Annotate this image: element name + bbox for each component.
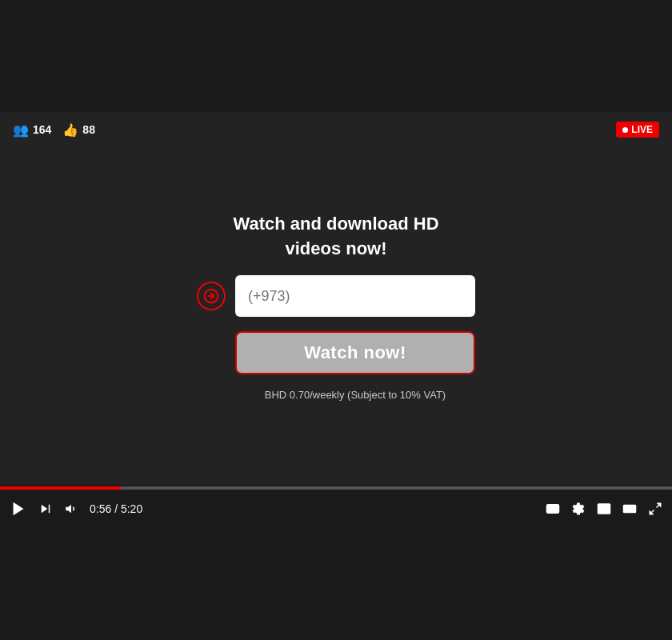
svg-rect-4 — [49, 505, 50, 514]
controls-left: 0:56 / 5:20 — [10, 500, 142, 518]
overlay-content: Watch and download HD videos now! Watch … — [197, 212, 475, 402]
svg-rect-9 — [604, 509, 609, 513]
theater-mode-button[interactable] — [622, 502, 637, 516]
fullscreen-button[interactable] — [648, 502, 662, 516]
arrow-circle-icon — [197, 282, 226, 310]
overlay-title-line2: videos now! — [285, 238, 386, 258]
progress-fill — [0, 486, 121, 490]
video-area: 👥 164 👍 88 LIVE Watch and download HD vi… — [0, 112, 672, 485]
volume-button[interactable] — [64, 502, 78, 516]
likes-stat: 👍 88 — [62, 122, 95, 138]
controls-bottom: 0:56 / 5:20 CC — [0, 490, 672, 528]
watch-now-button[interactable]: Watch now! — [235, 331, 475, 374]
phone-input-row — [197, 275, 475, 317]
svg-marker-2 — [14, 502, 24, 516]
skip-next-button[interactable] — [38, 502, 53, 516]
likes-icon: 👍 — [62, 122, 78, 138]
phone-input[interactable] — [235, 275, 475, 317]
live-label: LIVE — [631, 124, 653, 135]
miniplayer-button[interactable] — [597, 502, 611, 516]
time-display: 0:56 / 5:20 — [90, 502, 142, 515]
controls-right: CC — [546, 502, 662, 516]
viewers-count: 164 — [33, 123, 51, 136]
svg-marker-5 — [66, 505, 71, 514]
overlay-title: Watch and download HD videos now! — [233, 212, 438, 262]
svg-text:CC: CC — [549, 508, 556, 513]
viewers-icon: 👥 — [13, 122, 29, 138]
progress-bar[interactable] — [0, 486, 672, 490]
play-button[interactable] — [10, 500, 27, 518]
viewers-stat: 👥 164 — [13, 122, 51, 138]
watch-now-label: Watch now! — [304, 342, 406, 362]
live-badge: LIVE — [616, 122, 659, 138]
vat-text: BHD 0.70/weekly (Subject to 10% VAT) — [265, 389, 446, 401]
overlay-title-line1: Watch and download HD — [233, 214, 438, 234]
top-bar: 👥 164 👍 88 LIVE — [0, 122, 672, 138]
live-dot — [622, 127, 628, 133]
cc-button[interactable]: CC — [546, 502, 560, 516]
svg-marker-3 — [42, 505, 48, 514]
controls-bar: 0:56 / 5:20 CC — [0, 485, 672, 528]
stats-bar: 👥 164 👍 88 — [13, 122, 95, 138]
svg-rect-10 — [624, 506, 636, 513]
video-player: 👥 164 👍 88 LIVE Watch and download HD vi… — [0, 112, 672, 528]
settings-button[interactable] — [571, 502, 586, 516]
likes-count: 88 — [82, 123, 95, 136]
